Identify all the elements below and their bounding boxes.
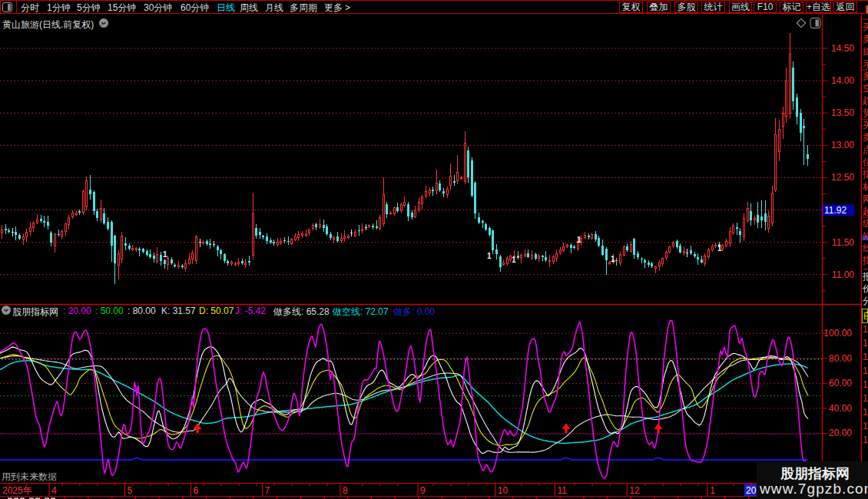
svg-text:100.00: 100.00 <box>823 328 852 339</box>
svg-text:8: 8 <box>343 485 348 496</box>
svg-text:11.50: 11.50 <box>832 237 854 248</box>
svg-text:1: 1 <box>577 236 581 244</box>
svg-text:4: 4 <box>51 485 57 496</box>
svg-text:6: 6 <box>194 485 199 496</box>
svg-text:7: 7 <box>265 485 270 496</box>
svg-text:40.00: 40.00 <box>829 403 852 414</box>
svg-text:1: 1 <box>717 244 722 253</box>
svg-text:1: 1 <box>512 256 516 264</box>
svg-text:20: 20 <box>746 485 757 496</box>
svg-text:11.92: 11.92 <box>824 205 846 216</box>
svg-text:14.00: 14.00 <box>831 75 854 86</box>
svg-text:60.00: 60.00 <box>829 378 852 388</box>
svg-text:1: 1 <box>163 250 167 259</box>
svg-text:5: 5 <box>128 485 133 496</box>
svg-text:14.50: 14.50 <box>831 43 854 54</box>
svg-text:9: 9 <box>420 485 426 496</box>
svg-text:20.00: 20.00 <box>829 428 852 438</box>
svg-text:80.00: 80.00 <box>829 353 852 364</box>
svg-text:11: 11 <box>557 485 567 496</box>
svg-text:1: 1 <box>611 255 615 263</box>
svg-text:12.50: 12.50 <box>831 172 854 183</box>
svg-text:1: 1 <box>487 252 492 260</box>
svg-text:11.00: 11.00 <box>832 269 854 280</box>
svg-text:1: 1 <box>710 485 715 496</box>
svg-text:13.00: 13.00 <box>831 140 854 150</box>
svg-text:13.50: 13.50 <box>831 107 854 118</box>
svg-text:12: 12 <box>629 485 640 496</box>
svg-text:10: 10 <box>498 485 509 496</box>
svg-text:2025年: 2025年 <box>2 485 32 496</box>
